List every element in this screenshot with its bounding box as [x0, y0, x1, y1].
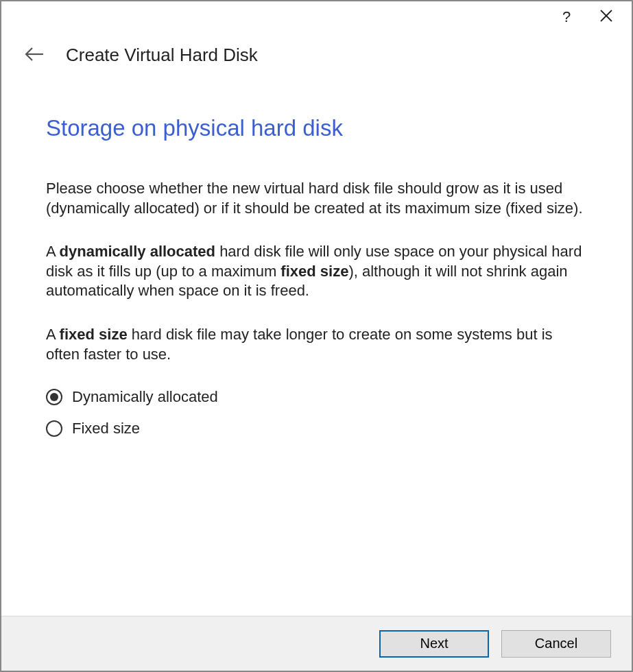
fixed-paragraph: A fixed size hard disk file may take lon… [46, 325, 587, 364]
radio-label: Fixed size [72, 420, 140, 437]
dynamic-paragraph: A dynamically allocated hard disk file w… [46, 242, 587, 301]
text-bold: fixed size [280, 263, 348, 280]
intro-paragraph: Please choose whether the new virtual ha… [46, 179, 587, 218]
text-fragment: A [46, 243, 60, 260]
text-bold: fixed size [60, 326, 128, 343]
header: Create Virtual Hard Disk [1, 32, 632, 81]
back-arrow-icon [24, 46, 45, 64]
cancel-button[interactable]: Cancel [501, 630, 611, 658]
close-icon [599, 6, 613, 27]
close-button[interactable] [586, 1, 626, 32]
section-title: Storage on physical hard disk [46, 115, 587, 141]
content-area: Storage on physical hard disk Please cho… [1, 81, 632, 616]
radio-dynamically-allocated[interactable]: Dynamically allocated [46, 388, 587, 406]
back-button[interactable] [22, 43, 47, 67]
help-icon: ? [562, 8, 571, 26]
radio-label: Dynamically allocated [72, 388, 218, 406]
text-bold: dynamically allocated [60, 243, 215, 260]
radio-fixed-size[interactable]: Fixed size [46, 420, 587, 437]
radio-indicator-icon [46, 389, 62, 405]
storage-type-radio-group: Dynamically allocated Fixed size [46, 388, 587, 437]
next-button[interactable]: Next [379, 630, 489, 658]
wizard-dialog: ? Create Virtual Hard Disk Storage on ph… [0, 0, 633, 672]
radio-indicator-icon [46, 420, 62, 437]
text-fragment: A [46, 326, 60, 343]
footer: Next Cancel [1, 616, 632, 671]
titlebar: ? [1, 1, 632, 32]
page-title: Create Virtual Hard Disk [66, 45, 258, 66]
help-button[interactable]: ? [547, 1, 586, 32]
